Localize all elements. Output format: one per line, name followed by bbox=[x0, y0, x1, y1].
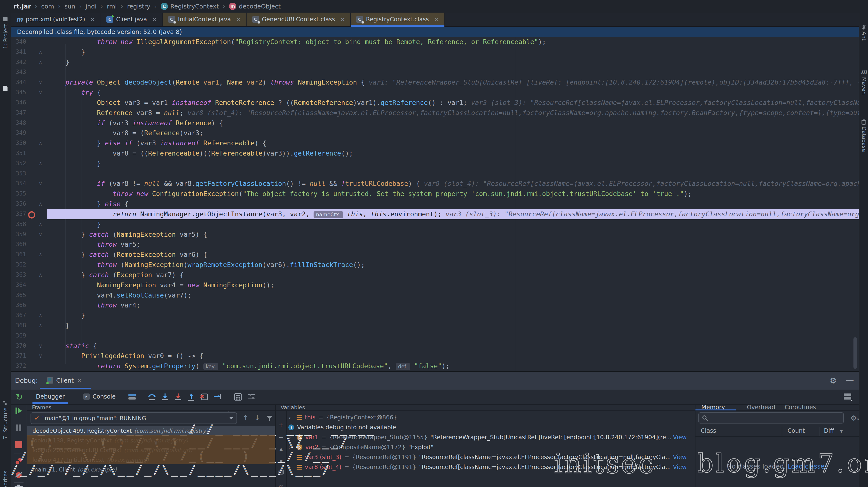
drop-frame-icon[interactable] bbox=[200, 393, 208, 401]
frame-row[interactable]: decodeObject:499, RegistryContext(com.su… bbox=[27, 426, 275, 436]
code-line[interactable]: 340throw new IllegalArgumentException("R… bbox=[11, 37, 859, 47]
code-line[interactable]: 362throw (NamingException)wrapRemoteExce… bbox=[11, 260, 859, 270]
rerun-icon[interactable]: ↻ bbox=[16, 392, 23, 402]
code-line[interactable]: 348if (var3 instanceof Reference) { bbox=[11, 118, 859, 128]
thread-dump-camera-icon[interactable] bbox=[11, 484, 27, 487]
code-line[interactable]: 343 bbox=[11, 67, 859, 77]
toolwindow-structure[interactable]: 7: Structure bbox=[0, 400, 11, 439]
breadcrumb-item[interactable]: mdecodeObject bbox=[229, 3, 281, 10]
expand-chevron-icon[interactable]: › bbox=[288, 454, 294, 461]
editor-tab[interactable]: mpom.xml (vulnTest2)× bbox=[11, 12, 101, 26]
editor-tab[interactable]: CClient.java× bbox=[101, 12, 163, 26]
stop-icon[interactable] bbox=[11, 441, 27, 448]
step-into-icon[interactable] bbox=[161, 393, 169, 401]
code-line[interactable]: 372return System.getProperty( key: "com.… bbox=[11, 361, 859, 371]
step-out-icon[interactable] bbox=[187, 393, 195, 401]
code-line[interactable]: 342∧} bbox=[11, 57, 859, 67]
sort-desc-icon[interactable]: ▼ bbox=[840, 429, 843, 433]
tab-debugger[interactable]: Debugger bbox=[36, 390, 65, 404]
breadcrumb-item[interactable]: rmi bbox=[107, 3, 117, 10]
expand-chevron-icon[interactable]: › bbox=[288, 463, 294, 471]
line-number[interactable]: 343 bbox=[11, 67, 26, 77]
code-editor[interactable]: 340throw new IllegalArgumentException("R… bbox=[11, 37, 859, 371]
code-line[interactable]: 353 bbox=[11, 169, 859, 179]
toolwindow-maven[interactable]: m Maven bbox=[859, 68, 868, 95]
code-line[interactable]: 341∧} bbox=[11, 47, 859, 57]
minimize-icon[interactable]: — bbox=[846, 375, 854, 385]
variable-row[interactable]: iVariables debug info not available bbox=[288, 422, 691, 432]
expand-chevron-icon[interactable]: › bbox=[288, 414, 294, 421]
code-line[interactable]: 368∧} bbox=[11, 321, 859, 331]
navigate-down-icon[interactable]: ▼ bbox=[276, 458, 286, 463]
close-icon[interactable]: × bbox=[236, 16, 241, 23]
remove-watch-icon[interactable]: − bbox=[276, 434, 286, 441]
breadcrumb-item[interactable]: rt.jar bbox=[13, 3, 31, 10]
code-line[interactable]: 345∨try { bbox=[11, 88, 859, 98]
frame-down-icon[interactable]: ↓ bbox=[254, 414, 260, 422]
frame-row[interactable]: lookup:417, InitialContext(javax.naming) bbox=[27, 455, 275, 465]
code-line[interactable]: 354∨if (var8 != null && var8.getFactoryC… bbox=[11, 179, 859, 189]
memory-search-input[interactable] bbox=[699, 413, 844, 424]
variable-row[interactable]: ›var8 (slot_4) = {ResourceRef@1191} "Res… bbox=[288, 462, 691, 472]
frames-filter-icon[interactable] bbox=[266, 415, 273, 423]
breadcrumb-item[interactable]: CRegistryContext bbox=[161, 3, 219, 10]
toolwindow-ant[interactable]: Ant bbox=[859, 25, 868, 41]
expand-chevron-icon[interactable]: › bbox=[288, 444, 294, 451]
toolwindow-project[interactable]: 1: Project bbox=[0, 17, 11, 49]
code-line[interactable]: 364NamingException var4 = new NamingExce… bbox=[11, 280, 859, 290]
code-line[interactable]: 357return NamingManager.getObjectInstanc… bbox=[11, 209, 859, 219]
breadcrumb-item[interactable]: sun bbox=[64, 3, 75, 10]
memory-tab-overhead[interactable]: Overhead bbox=[747, 404, 775, 410]
toolwindow-favorites[interactable]: Favorites bbox=[0, 470, 11, 487]
column-diff[interactable]: Diff bbox=[824, 427, 834, 434]
line-number[interactable]: 353 bbox=[11, 169, 26, 179]
code-line[interactable]: 366throw var4; bbox=[11, 300, 859, 310]
variable-row[interactable]: ›pvar2 = {CompositeName@1172} "Exploit" bbox=[288, 442, 691, 452]
code-line[interactable]: 350∧} else if (var3 instanceof Reference… bbox=[11, 138, 859, 148]
editor-tab[interactable]: CGenericURLContext.class× bbox=[247, 12, 351, 26]
memory-tab-coroutines[interactable]: Coroutines bbox=[785, 404, 816, 410]
force-step-into-icon[interactable] bbox=[174, 393, 182, 401]
code-line[interactable]: 361∧} catch (RemoteException var6) { bbox=[11, 249, 859, 260]
expand-chevron-icon[interactable]: › bbox=[288, 434, 294, 441]
code-line[interactable]: 356∧} else { bbox=[11, 199, 859, 209]
gear-icon[interactable]: ⚙ bbox=[830, 376, 837, 385]
add-watch-icon[interactable]: + bbox=[276, 421, 286, 428]
close-icon[interactable]: × bbox=[434, 16, 439, 23]
variable-row[interactable]: ›this = {RegistryContext@866} bbox=[288, 413, 691, 422]
layout-settings-icon[interactable] bbox=[843, 393, 853, 402]
view-link[interactable]: View bbox=[673, 464, 687, 470]
bookmark-document-icon[interactable] bbox=[0, 85, 11, 92]
breadcrumb-item[interactable]: jndi bbox=[86, 3, 97, 10]
close-icon[interactable]: × bbox=[76, 377, 82, 384]
code-line[interactable]: 363∧} catch (Exception var7) { bbox=[11, 270, 859, 280]
editor-tab[interactable]: CRegistryContext.class× bbox=[351, 12, 445, 26]
infinity-icon[interactable]: ∞ bbox=[276, 483, 286, 487]
frame-row[interactable]: lookup:205, GenericURLContext(com.sun.jn… bbox=[27, 445, 275, 455]
frame-row[interactable]: lookup:138, RegistryContext(com.sun.jndi… bbox=[27, 436, 275, 445]
code-line[interactable]: 358∧} bbox=[11, 219, 859, 230]
frame-up-icon[interactable]: ↑ bbox=[243, 414, 248, 422]
pause-icon[interactable] bbox=[11, 424, 27, 431]
run-to-cursor-icon[interactable] bbox=[213, 393, 221, 401]
code-line[interactable]: 365var4.setRootCause(var7); bbox=[11, 290, 859, 300]
toolwindow-database[interactable]: Database bbox=[859, 119, 868, 152]
view-link[interactable]: View bbox=[673, 434, 687, 441]
breadcrumb-item[interactable]: com bbox=[41, 3, 54, 10]
variable-row[interactable]: ›var3 (slot_3) = {ResourceRef@1191} "Res… bbox=[288, 452, 691, 462]
step-over-icon[interactable] bbox=[148, 393, 156, 401]
view-link[interactable]: View bbox=[673, 454, 687, 461]
layout-icon[interactable] bbox=[128, 394, 136, 401]
code-line[interactable]: 367∧} bbox=[11, 310, 859, 321]
close-icon[interactable]: × bbox=[90, 16, 95, 23]
code-line[interactable]: 369 bbox=[11, 331, 859, 341]
load-classes-link[interactable]: Load classes bbox=[788, 463, 828, 470]
code-line[interactable]: 370∨static { bbox=[11, 341, 859, 351]
line-number[interactable]: 369 bbox=[11, 331, 26, 341]
settings-sliders-icon[interactable] bbox=[248, 393, 256, 401]
close-icon[interactable]: × bbox=[152, 16, 157, 23]
tab-console[interactable]: ▸ Console bbox=[83, 390, 116, 404]
column-count[interactable]: Count bbox=[787, 427, 805, 434]
resume-icon[interactable] bbox=[11, 407, 27, 414]
code-line[interactable]: 371∨PrivilegedAction var0 = () -> { bbox=[11, 351, 859, 361]
